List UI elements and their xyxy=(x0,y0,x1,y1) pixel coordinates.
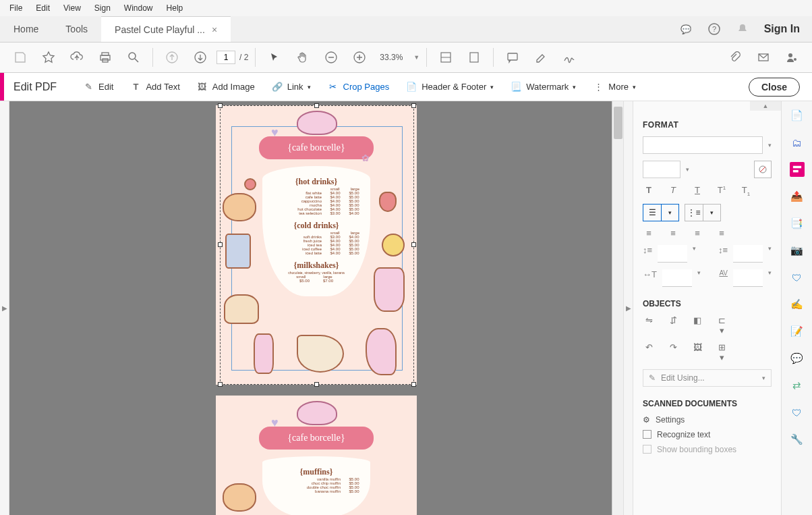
menu-window[interactable]: Window xyxy=(117,2,160,14)
chevron-down-icon[interactable]: ▾ xyxy=(768,245,772,263)
attach-icon[interactable] xyxy=(727,49,743,65)
crop-handle[interactable] xyxy=(218,242,223,247)
crop-pages-tool[interactable]: ✂ Crop Pages xyxy=(319,81,398,93)
zoom-out-icon[interactable] xyxy=(323,49,339,65)
superscript-icon[interactable]: T1 xyxy=(716,185,728,197)
menu-edit[interactable]: Edit xyxy=(29,2,57,14)
crop-handle[interactable] xyxy=(411,242,416,247)
color-picker[interactable] xyxy=(754,161,772,178)
font-family-select[interactable] xyxy=(643,136,763,154)
zoom-level[interactable]: 33.3% xyxy=(376,53,409,62)
replace-image-icon[interactable]: 🖼 xyxy=(691,342,703,362)
help-icon[interactable]: ? xyxy=(707,22,721,36)
settings-row[interactable]: ⚙ Settings xyxy=(643,415,772,425)
bold-icon[interactable]: T xyxy=(643,185,655,197)
crop-object-icon[interactable]: ◧ xyxy=(691,315,703,335)
expand-left-panel[interactable]: ▶ xyxy=(0,101,9,515)
align-justify-icon[interactable]: ≡ xyxy=(716,228,728,238)
char-space-select[interactable] xyxy=(733,269,763,287)
chevron-down-icon[interactable]: ▾ xyxy=(768,269,772,287)
compare-icon[interactable]: ⇄ xyxy=(790,378,805,393)
highlight-icon[interactable] xyxy=(533,49,549,65)
page-1[interactable]: ♥ {cafe borcelle} ✿ {hot drinks} smallla… xyxy=(216,105,417,385)
more-tool[interactable]: ⋮ More ▾ xyxy=(584,81,644,93)
export-pdf-icon[interactable]: 📤 xyxy=(790,189,805,204)
comment-rail-icon[interactable]: 💬 xyxy=(790,351,805,366)
rotate-right-icon[interactable]: ↷ xyxy=(667,342,679,362)
char-spacing-icon[interactable]: AV xyxy=(719,269,728,287)
search-icon[interactable] xyxy=(125,49,142,65)
menu-help[interactable]: Help xyxy=(160,2,190,14)
print-icon[interactable] xyxy=(97,49,113,65)
save-icon[interactable] xyxy=(12,49,28,65)
tab-tools[interactable]: Tools xyxy=(52,16,101,42)
line-spacing-select[interactable] xyxy=(658,245,687,263)
tab-home[interactable]: Home xyxy=(0,16,52,42)
bullet-list-button[interactable]: ☰▾ xyxy=(643,204,679,221)
add-text-tool[interactable]: T Add Text xyxy=(121,81,187,93)
sign-in-button[interactable]: Sign In xyxy=(764,23,800,35)
comment-icon[interactable] xyxy=(504,49,521,65)
subscript-icon[interactable]: T1 xyxy=(740,185,752,197)
crop-handle[interactable] xyxy=(411,103,416,108)
paragraph-spacing-icon[interactable]: ↕≡ xyxy=(718,245,728,263)
chevron-down-icon[interactable]: ▾ xyxy=(686,166,689,173)
edit-pdf-rail-icon[interactable] xyxy=(790,162,805,177)
protect-icon[interactable]: 🛡 xyxy=(790,270,805,285)
shield-rail-icon[interactable]: 🛡 xyxy=(790,405,805,420)
crop-handle[interactable] xyxy=(314,103,319,108)
align-left-icon[interactable]: ≡ xyxy=(643,228,655,238)
zoom-in-icon[interactable] xyxy=(351,49,368,65)
combine-files-icon[interactable]: 🗂 xyxy=(790,135,805,150)
share-user-icon[interactable] xyxy=(784,49,800,65)
tab-close-icon[interactable]: × xyxy=(212,24,217,35)
bell-icon[interactable] xyxy=(736,22,749,36)
font-size-select[interactable] xyxy=(643,161,680,178)
organize-pages-icon[interactable]: 📑 xyxy=(790,216,805,231)
underline-icon[interactable]: T xyxy=(691,185,703,197)
create-pdf-icon[interactable]: 📄 xyxy=(790,108,805,123)
crop-handle[interactable] xyxy=(218,103,223,108)
document-canvas[interactable]: ♥ {cafe borcelle} ✿ {hot drinks} smallla… xyxy=(9,101,623,515)
flip-vertical-icon[interactable]: ⇵ xyxy=(667,315,679,335)
canvas-scrollbar[interactable] xyxy=(612,101,623,515)
mail-icon[interactable] xyxy=(755,49,772,65)
chevron-down-icon[interactable]: ▾ xyxy=(768,142,772,148)
checkbox-icon[interactable] xyxy=(643,430,651,439)
page-2[interactable]: ♥ {cafe borcelle} {muffins} vanilla muff… xyxy=(216,396,417,515)
crop-handle[interactable] xyxy=(218,382,223,387)
numbered-list-button[interactable]: ⋮≡▾ xyxy=(685,204,721,221)
para-spacing-select[interactable] xyxy=(733,245,763,263)
italic-icon[interactable]: T xyxy=(667,185,679,197)
header-footer-tool[interactable]: 📄 Header & Footer ▾ xyxy=(397,81,502,93)
collapse-right-panel[interactable]: ▶ xyxy=(623,101,633,515)
zoom-dropdown-icon[interactable]: ▼ xyxy=(413,54,419,61)
page-up-icon[interactable] xyxy=(164,49,180,65)
collapse-format-panel[interactable]: ▲ xyxy=(750,101,781,111)
hscale-select[interactable] xyxy=(662,269,692,287)
fit-width-icon[interactable] xyxy=(438,49,454,65)
enhance-scans-icon[interactable]: 📷 xyxy=(790,243,805,258)
add-image-tool[interactable]: 🖼 Add Image xyxy=(188,81,263,93)
watermark-tool[interactable]: 📃 Watermark ▾ xyxy=(502,81,584,93)
hand-icon[interactable] xyxy=(295,49,311,65)
edit-using-dropdown[interactable]: ✎ Edit Using... ▾ xyxy=(643,369,772,387)
star-icon[interactable] xyxy=(40,49,57,65)
checkbox-icon[interactable] xyxy=(643,445,651,454)
chat-icon[interactable]: 💬 xyxy=(679,22,693,36)
close-button[interactable]: Close xyxy=(749,78,800,97)
menu-sign[interactable]: Sign xyxy=(88,2,117,14)
menu-view[interactable]: View xyxy=(57,2,88,14)
fill-sign-icon[interactable]: ✍ xyxy=(790,297,805,312)
align-objects-icon[interactable]: ⊏ ▾ xyxy=(716,315,728,335)
link-tool[interactable]: 🔗 Link ▾ xyxy=(263,81,319,93)
crop-handle[interactable] xyxy=(314,382,319,387)
flip-horizontal-icon[interactable]: ⇋ xyxy=(643,315,655,335)
page-down-icon[interactable] xyxy=(192,49,208,65)
bounding-boxes-checkbox[interactable]: Show bounding boxes xyxy=(643,445,772,454)
cursor-icon[interactable] xyxy=(266,49,283,65)
align-center-icon[interactable]: ≡ xyxy=(667,228,679,238)
cloud-upload-icon[interactable] xyxy=(69,49,85,65)
prepare-form-icon[interactable]: 📝 xyxy=(790,324,805,339)
align-right-icon[interactable]: ≡ xyxy=(691,228,703,238)
